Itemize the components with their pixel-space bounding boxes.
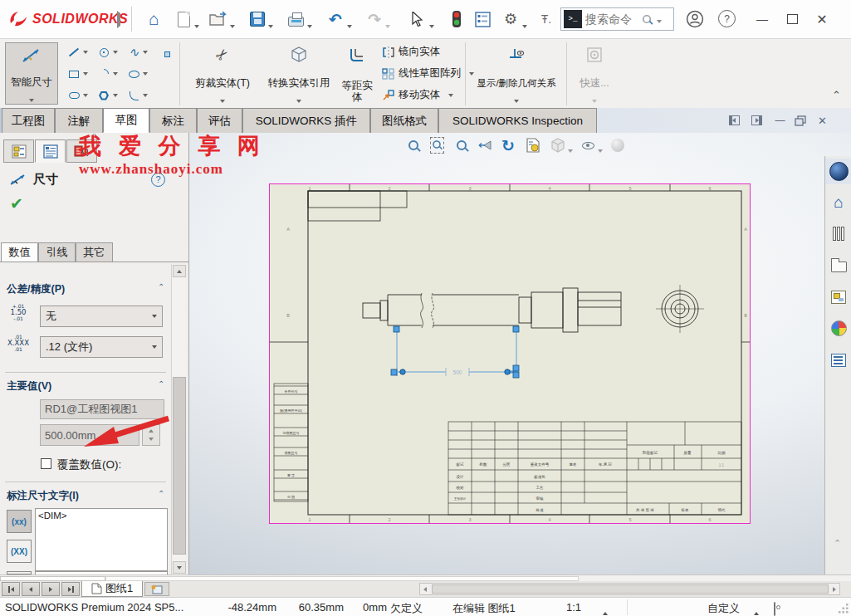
- units-caret[interactable]: [754, 605, 759, 616]
- sheet-scale[interactable]: 1:1: [566, 601, 581, 614]
- view-palette-icon[interactable]: [825, 284, 851, 310]
- ok-check-icon[interactable]: ✔: [10, 194, 23, 213]
- spinner-up-icon[interactable]: [149, 429, 154, 433]
- slot-tool-icon[interactable]: [66, 88, 81, 103]
- graphics-area[interactable]: ↻ 1 2: [189, 133, 851, 574]
- open-caret[interactable]: [230, 18, 235, 31]
- print-icon[interactable]: [285, 8, 306, 30]
- property-manager-tab[interactable]: [35, 139, 66, 163]
- spline-tool-caret[interactable]: [142, 45, 149, 60]
- display-delete-relations-button[interactable]: 显示/删除几何关系: [470, 42, 563, 105]
- panel-scrollbar-thumb[interactable]: [173, 377, 186, 555]
- save-caret[interactable]: [268, 18, 273, 31]
- search-caret[interactable]: [657, 13, 662, 26]
- window-minimize-icon[interactable]: —: [751, 8, 773, 30]
- graphics-hscroll-thumb[interactable]: [432, 584, 829, 594]
- feature-tree-tab[interactable]: [3, 139, 34, 163]
- circle-tool-caret[interactable]: [112, 45, 119, 60]
- scroll-right-icon[interactable]: [833, 587, 836, 592]
- rectangle-tool-caret[interactable]: [82, 66, 89, 81]
- doc-close-icon[interactable]: ✕: [815, 114, 829, 127]
- override-value-checkbox[interactable]: [41, 458, 51, 469]
- tab-sheet-format[interactable]: 图纸格式: [370, 108, 438, 133]
- custom-properties-icon[interactable]: [825, 347, 851, 373]
- select-caret[interactable]: [429, 18, 434, 31]
- selected-dimension[interactable]: 500: [391, 326, 519, 378]
- open-icon[interactable]: [208, 8, 229, 30]
- 3dexperience-icon[interactable]: [825, 159, 851, 184]
- scale-caret[interactable]: [603, 605, 608, 616]
- move-entities-caret[interactable]: [448, 94, 453, 97]
- polygon-tool-caret[interactable]: [112, 88, 119, 103]
- new-document-icon[interactable]: [173, 8, 194, 30]
- primary-collapse-chevron[interactable]: ⌃: [158, 379, 164, 389]
- doc-minimize-icon[interactable]: —: [773, 114, 787, 127]
- ellipse-tool-icon[interactable]: [126, 66, 141, 81]
- add-sheet-button[interactable]: [144, 582, 169, 596]
- pane-right-icon[interactable]: [750, 114, 764, 127]
- sheet-tab-active[interactable]: 图纸1: [81, 581, 143, 597]
- options-gear-icon[interactable]: ⚙: [500, 8, 521, 30]
- doc-restore-icon[interactable]: [793, 114, 807, 127]
- panel-scrollbar[interactable]: [171, 264, 186, 574]
- pane-left-icon[interactable]: [727, 114, 741, 127]
- print-caret[interactable]: [307, 18, 312, 31]
- next-sheet-button[interactable]: [42, 582, 60, 596]
- dimension-text-section-header[interactable]: 标注尺寸文字(I): [7, 489, 79, 503]
- last-sheet-button[interactable]: [61, 582, 80, 596]
- panel-splitter[interactable]: [0, 133, 188, 139]
- overflow-tool-icon[interactable]: Ŧ.: [536, 8, 557, 30]
- subtab-value[interactable]: 数值: [1, 242, 38, 262]
- ribbon-collapse-chevron[interactable]: ⌃: [832, 89, 841, 101]
- zoom-area-icon[interactable]: [427, 135, 447, 155]
- subtab-other[interactable]: 其它: [76, 242, 113, 262]
- arc-tool-icon[interactable]: [96, 66, 111, 81]
- drawing-sheet[interactable]: 1 2 3 4 5 6 1 2 3 4 5 6 A B A B: [270, 184, 750, 523]
- tab-inspection[interactable]: SOLIDWORKS Inspection: [438, 108, 597, 133]
- tolerance-collapse-chevron[interactable]: ⌃: [158, 282, 164, 291]
- command-search-input[interactable]: [585, 12, 642, 26]
- circle-tool-icon[interactable]: [96, 45, 111, 60]
- primary-value-section-header[interactable]: 主要值(V): [7, 379, 51, 394]
- home-icon[interactable]: ⌂: [143, 8, 164, 30]
- previous-view-icon[interactable]: [475, 135, 495, 155]
- spinner-down-icon[interactable]: [149, 438, 154, 441]
- logo-flyout-arrow[interactable]: [117, 13, 120, 26]
- sheet-format-icon[interactable]: [523, 135, 543, 155]
- rectangle-tool-icon[interactable]: [66, 66, 81, 81]
- undo-icon[interactable]: ↶: [325, 8, 346, 30]
- tab-evaluate[interactable]: 评估: [197, 108, 242, 133]
- task-list-icon[interactable]: [472, 8, 493, 30]
- display-style-caret[interactable]: [598, 143, 603, 155]
- new-document-caret[interactable]: [194, 18, 199, 31]
- tab-dimension[interactable]: 标注: [149, 108, 197, 133]
- display-relations-caret[interactable]: [514, 100, 519, 103]
- tag-icon[interactable]: [774, 603, 775, 615]
- line-tool-caret[interactable]: [82, 45, 89, 60]
- dimtext-collapse-chevron[interactable]: ⌃: [158, 489, 164, 498]
- dim-paren-button-2[interactable]: (XX): [7, 540, 32, 563]
- value-spinner[interactable]: [142, 424, 160, 446]
- save-icon[interactable]: [247, 8, 268, 30]
- trim-entities-caret[interactable]: [220, 100, 225, 103]
- dimension-value-field[interactable]: 500.00mm: [40, 424, 139, 446]
- subtab-leaders[interactable]: 引线: [38, 242, 76, 262]
- move-entities-button[interactable]: 移动实体: [382, 88, 453, 102]
- scroll-left-icon[interactable]: [423, 587, 427, 592]
- zoom-inout-icon[interactable]: [452, 135, 472, 155]
- tab-addins[interactable]: SOLIDWORKS 插件: [242, 108, 370, 133]
- fillet-tool-icon[interactable]: [126, 88, 141, 103]
- appearances-icon[interactable]: [825, 315, 851, 341]
- graphics-hscrollbar[interactable]: [419, 583, 840, 595]
- fillet-tool-caret[interactable]: [142, 88, 149, 103]
- tab-sketch[interactable]: 草图: [103, 108, 149, 133]
- search-magnifier-icon[interactable]: [643, 15, 651, 23]
- display-style-icon[interactable]: [578, 135, 598, 155]
- undo-caret[interactable]: [347, 18, 352, 31]
- polygon-tool-icon[interactable]: [96, 88, 111, 103]
- units-setting[interactable]: 自定义: [707, 601, 740, 616]
- zoom-fit-icon[interactable]: [403, 135, 423, 155]
- help-icon[interactable]: ?: [718, 10, 736, 27]
- smart-dimension-button[interactable]: 智能尺寸: [5, 42, 58, 105]
- mirror-entities-button[interactable]: 镜向实体: [382, 45, 440, 59]
